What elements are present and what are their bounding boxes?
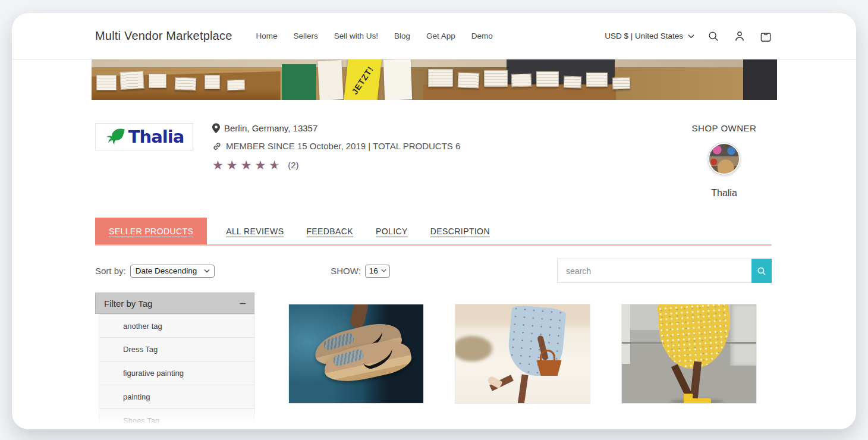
rating-count: (2) <box>288 160 298 170</box>
tag-shoes-tag[interactable]: Shoes Tag <box>99 409 254 429</box>
seller-logo: Thalia <box>95 123 193 150</box>
shop-owner-block: SHOP OWNER Thalia <box>688 123 760 199</box>
product-image-sneakers[interactable] <box>288 304 424 404</box>
book-stack <box>96 75 117 90</box>
nav-sellers[interactable]: Sellers <box>293 32 317 40</box>
banner-dark-box <box>743 59 777 100</box>
background-rocks <box>455 332 504 365</box>
pillar <box>730 304 756 366</box>
banner-sign-text: JETZT! <box>350 64 375 96</box>
currency-country-selector[interactable]: USD $ | United States <box>605 32 694 40</box>
filter-by-tag-panel: Filter by Tag – another tag Dress Tag fi… <box>95 293 254 429</box>
banner-green-panel <box>282 64 316 100</box>
filter-title: Filter by Tag <box>104 298 152 309</box>
nav-get-app[interactable]: Get App <box>426 32 455 40</box>
show-select[interactable]: 16 <box>365 265 390 278</box>
seller-logo-text: Thalia <box>128 127 184 147</box>
pillar <box>622 304 630 364</box>
sort-select-value: Date Descending <box>136 266 197 275</box>
shop-owner-label: SHOP OWNER <box>688 123 760 133</box>
products-toolbar: Sort by: Date Descending SHOW: 16 <box>95 259 772 283</box>
location-pin-icon <box>212 123 220 133</box>
show-select-value: 16 <box>369 266 378 275</box>
sort-label: Sort by: <box>95 266 126 276</box>
shop-banner-image: JETZT! <box>92 59 777 100</box>
banner-yellow-sign: JETZT! <box>344 59 382 100</box>
product-image-yellow-dress[interactable] <box>621 304 757 404</box>
page-card: Multi Vendor Marketplace Home Sellers Se… <box>12 13 856 429</box>
book-stack <box>227 79 245 90</box>
shop-owner-name: Thalia <box>688 188 760 199</box>
filter-by-tag-header[interactable]: Filter by Tag – <box>95 293 254 314</box>
book-stack <box>205 75 220 89</box>
cart-icon[interactable] <box>759 29 773 43</box>
link-icon <box>212 142 222 151</box>
chevron-down-icon <box>381 269 386 272</box>
chevron-down-icon <box>204 269 210 273</box>
tag-another-tag[interactable]: another tag <box>99 314 254 338</box>
tag-painting[interactable]: painting <box>99 385 254 409</box>
nav-blog[interactable]: Blog <box>394 32 410 40</box>
seller-location-text: Berlin, Germany, 13357 <box>224 123 317 133</box>
banner-white-sign <box>317 60 343 100</box>
sort-select[interactable]: Date Descending <box>130 265 215 278</box>
seller-location: Berlin, Germany, 13357 <box>212 123 688 133</box>
tag-dress-tag[interactable]: Dress Tag <box>99 338 254 362</box>
seller-member-since: MEMBER SINCE 15 October, 2019 | TOTAL PR… <box>212 141 688 151</box>
book-stack <box>149 74 166 88</box>
book-stack <box>586 73 608 87</box>
main-nav: Home Sellers Sell with Us! Blog Get App … <box>256 32 492 40</box>
tab-feedback[interactable]: FEEDBACK <box>296 218 363 244</box>
product-image-blue-dress[interactable] <box>455 304 590 404</box>
yellow-heel <box>692 398 711 403</box>
book-stack <box>457 72 479 88</box>
book-stack <box>563 76 581 88</box>
book-stack <box>428 69 453 87</box>
search-icon[interactable] <box>706 29 721 43</box>
tab-policy[interactable]: POLICY <box>366 218 418 244</box>
yellow-heel <box>684 394 693 403</box>
tab-description[interactable]: DESCRIPTION <box>420 218 500 244</box>
book-stack <box>174 77 196 90</box>
product-search-input[interactable] <box>557 259 751 283</box>
collapse-icon: – <box>240 297 246 309</box>
nav-sell-with-us[interactable]: Sell with Us! <box>334 32 378 40</box>
seller-info-section: Thalia Berlin, Germany, 13357 MEMBER SIN… <box>95 123 772 199</box>
site-logo[interactable]: Multi Vendor Marketplace <box>95 29 232 43</box>
book-stack <box>484 70 508 87</box>
rating-stars: ★★★★★ <box>212 159 283 171</box>
book-stack <box>536 71 559 87</box>
tag-figurative-painting[interactable]: figurative painting <box>99 362 254 385</box>
chevron-down-icon <box>688 34 694 39</box>
book-stack <box>119 71 144 90</box>
banner-background <box>92 59 777 67</box>
tab-all-reviews[interactable]: ALL REVIEWS <box>216 218 294 244</box>
account-icon[interactable] <box>732 29 747 43</box>
book-stack <box>511 73 532 87</box>
book-stack <box>612 77 630 89</box>
tab-seller-products[interactable]: SELLER PRODUCTS <box>95 218 207 244</box>
seller-rating: ★★★★★ (2) <box>212 159 688 171</box>
product-search-button[interactable] <box>751 259 772 283</box>
thalia-sprite-icon <box>105 128 126 146</box>
magnifier-icon <box>756 266 767 276</box>
site-header: Multi Vendor Marketplace Home Sellers Se… <box>12 13 856 59</box>
product-grid <box>288 304 757 429</box>
leg <box>518 374 529 404</box>
banner-white-sign-2 <box>383 59 411 100</box>
shop-owner-avatar <box>708 143 740 175</box>
seller-tabs: SELLER PRODUCTS ALL REVIEWS FEEDBACK POL… <box>95 218 772 246</box>
show-label: SHOW: <box>331 266 361 276</box>
seller-member-text: MEMBER SINCE 15 October, 2019 | TOTAL PR… <box>226 141 460 151</box>
nav-demo[interactable]: Demo <box>471 32 493 40</box>
currency-country-label: USD $ | United States <box>605 32 683 40</box>
nav-home[interactable]: Home <box>256 32 277 40</box>
